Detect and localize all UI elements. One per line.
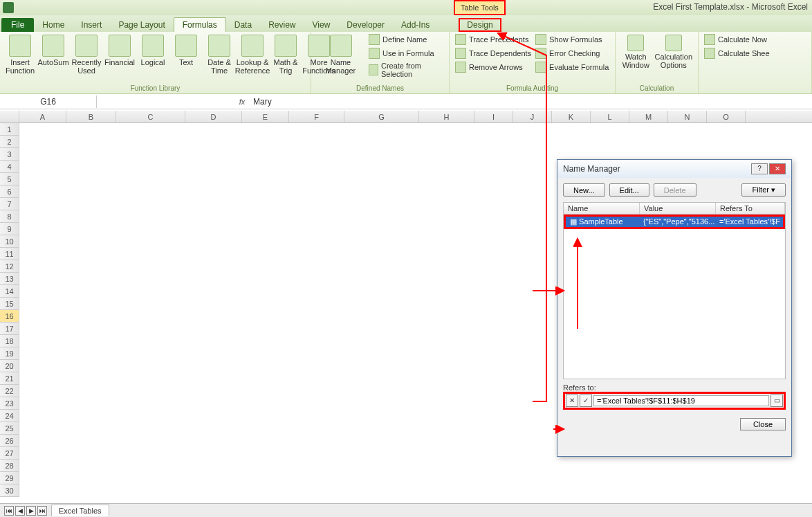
remove-arrows-button[interactable]: Remove Arrows: [454, 61, 533, 73]
row-header[interactable]: 4: [0, 161, 19, 173]
row-header[interactable]: 2: [0, 136, 19, 148]
row-header[interactable]: 7: [0, 198, 19, 210]
tab-insert[interactable]: Insert: [73, 18, 110, 32]
row-header[interactable]: 1: [0, 123, 19, 136]
col-header[interactable]: F: [289, 111, 344, 123]
cancel-refers-button[interactable]: ✕: [566, 394, 578, 407]
col-header[interactable]: C: [116, 111, 185, 123]
col-header[interactable]: D: [185, 111, 242, 123]
row-header[interactable]: 12: [0, 260, 19, 273]
calculate-sheet-button[interactable]: Calculate Shee: [703, 47, 807, 60]
evaluate-formula-button[interactable]: Evaluate Formula: [534, 61, 610, 73]
col-name[interactable]: Name: [564, 203, 640, 214]
col-header[interactable]: A: [19, 111, 66, 123]
delete-button[interactable]: Delete: [654, 183, 696, 197]
tab-home[interactable]: Home: [34, 18, 73, 32]
col-header[interactable]: J: [513, 111, 552, 123]
prev-sheet-button[interactable]: ◀: [15, 506, 25, 516]
use-in-formula-button[interactable]: Use in Formula: [367, 47, 445, 60]
row-header[interactable]: 8: [0, 210, 19, 223]
calc-options-button[interactable]: Calculation Options: [654, 33, 694, 71]
row-header[interactable]: 18: [0, 335, 19, 347]
col-header[interactable]: O: [707, 111, 746, 123]
col-header[interactable]: G: [344, 111, 419, 123]
tab-page-layout[interactable]: Page Layout: [110, 18, 173, 32]
name-box[interactable]: G16: [0, 96, 97, 108]
row-header[interactable]: 14: [0, 285, 19, 298]
tab-formulas[interactable]: Formulas: [174, 17, 226, 32]
tab-addins[interactable]: Add-Ins: [393, 18, 438, 32]
first-sheet-button[interactable]: ⏮: [4, 506, 14, 516]
name-row-sampletable[interactable]: ▦ SampleTable {"ES","Pepe","5136... ='Ex…: [564, 215, 785, 229]
tab-review[interactable]: Review: [260, 18, 304, 32]
row-header[interactable]: 28: [0, 460, 19, 472]
col-header[interactable]: E: [242, 111, 289, 123]
row-header[interactable]: 27: [0, 447, 19, 460]
refers-to-input[interactable]: [593, 395, 769, 406]
row-header[interactable]: 21: [0, 372, 19, 385]
new-button[interactable]: New...: [563, 183, 605, 197]
col-header[interactable]: B: [66, 111, 116, 123]
row-header[interactable]: 23: [0, 397, 19, 410]
close-icon[interactable]: ✕: [769, 163, 786, 174]
name-list[interactable]: ▦ SampleTable {"ES","Pepe","5136... ='Ex…: [563, 215, 786, 379]
row-header[interactable]: 13: [0, 273, 19, 285]
name-manager-button[interactable]: Name Manager: [315, 33, 366, 76]
dialog-titlebar[interactable]: Name Manager ? ✕: [557, 160, 791, 178]
tab-data[interactable]: Data: [226, 18, 260, 32]
row-header[interactable]: 5: [0, 173, 19, 185]
insert-function-button[interactable]: Insert Function: [4, 33, 36, 76]
last-sheet-button[interactable]: ⏭: [37, 506, 47, 516]
col-header[interactable]: I: [474, 111, 513, 123]
col-header[interactable]: H: [419, 111, 474, 123]
trace-dependents-button[interactable]: Trace Dependents: [454, 47, 533, 60]
col-header[interactable]: M: [629, 111, 668, 123]
row-header[interactable]: 19: [0, 347, 19, 360]
row-header[interactable]: 20: [0, 360, 19, 372]
tab-design[interactable]: Design: [459, 18, 501, 32]
trace-precedents-button[interactable]: Trace Precedents: [454, 33, 533, 46]
sheet-tab-excel-tables[interactable]: Excel Tables: [51, 505, 109, 516]
row-header[interactable]: 22: [0, 385, 19, 397]
date-time-button[interactable]: Date & Time: [203, 33, 235, 76]
row-header[interactable]: 25: [0, 422, 19, 435]
math-button[interactable]: Math & Trig: [270, 33, 302, 76]
row-header[interactable]: 15: [0, 298, 19, 310]
define-name-button[interactable]: Define Name: [367, 33, 445, 46]
row-header[interactable]: 30: [0, 484, 19, 497]
close-button[interactable]: Close: [740, 418, 786, 430]
row-header[interactable]: 6: [0, 185, 19, 198]
fx-icon[interactable]: fx: [235, 98, 249, 106]
col-refers[interactable]: Refers To: [716, 203, 785, 214]
row-header[interactable]: 3: [0, 148, 19, 161]
row-header[interactable]: 24: [0, 410, 19, 422]
range-picker-icon[interactable]: ▭: [771, 394, 783, 407]
calculate-now-button[interactable]: Calculate Now: [703, 33, 807, 46]
financial-button[interactable]: Financial: [104, 33, 136, 68]
tab-view[interactable]: View: [304, 18, 339, 32]
row-header[interactable]: 9: [0, 223, 19, 235]
row-header[interactable]: 26: [0, 435, 19, 447]
row-header[interactable]: 16: [0, 310, 19, 323]
logical-button[interactable]: Logical: [137, 33, 169, 68]
text-button[interactable]: Text: [170, 33, 202, 68]
create-from-selection-button[interactable]: Create from Selection: [367, 61, 445, 79]
next-sheet-button[interactable]: ▶: [26, 506, 36, 516]
col-header[interactable]: L: [591, 111, 629, 123]
tab-file[interactable]: File: [1, 18, 34, 32]
formula-input[interactable]: Mary: [249, 96, 812, 108]
col-value[interactable]: Value: [640, 203, 716, 214]
watch-window-button[interactable]: Watch Window: [620, 33, 652, 71]
col-header[interactable]: N: [668, 111, 707, 123]
lookup-button[interactable]: Lookup & Reference: [237, 33, 268, 76]
context-tab-table-tools[interactable]: Table Tools: [454, 0, 506, 15]
row-header[interactable]: 10: [0, 235, 19, 248]
recently-used-button[interactable]: Recently Used: [71, 33, 102, 76]
accept-refers-button[interactable]: ✓: [580, 394, 592, 407]
col-header[interactable]: K: [552, 111, 591, 123]
edit-button[interactable]: Edit...: [609, 183, 649, 197]
filter-button[interactable]: Filter ▾: [741, 183, 786, 197]
row-header[interactable]: 11: [0, 248, 19, 260]
show-formulas-button[interactable]: Show Formulas: [534, 33, 610, 46]
row-header[interactable]: 29: [0, 472, 19, 484]
